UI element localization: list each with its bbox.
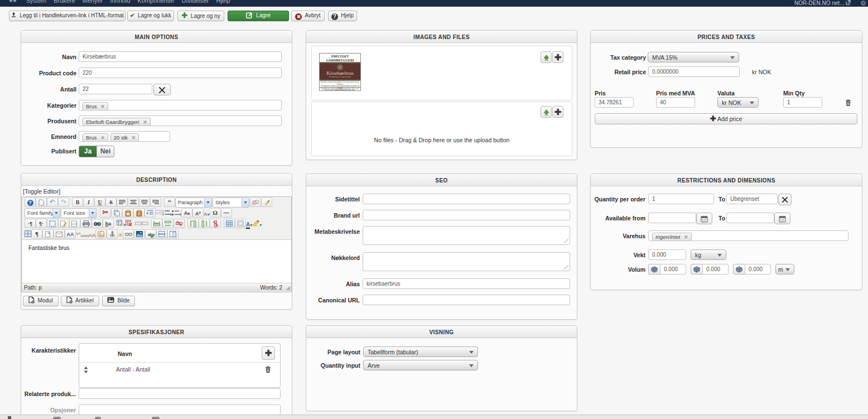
svg-text:2: 2 [162,213,164,216]
svg-text:<>: <> [73,223,77,227]
svg-text:T: T [138,212,141,216]
